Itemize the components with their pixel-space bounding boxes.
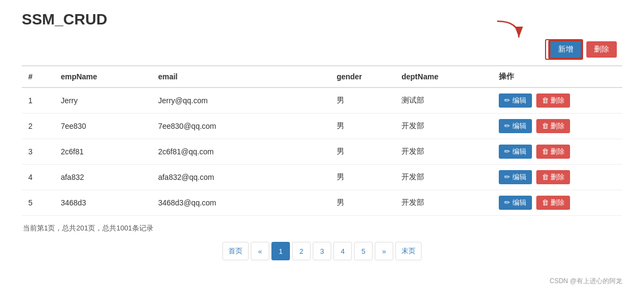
table-row: 3 2c6f81 2c6f81@qq.com 男 开发部 ✏ 编辑 🗑 删除: [22, 139, 622, 165]
toolbar: 新增 删除: [22, 39, 622, 60]
page-last-button[interactable]: 末页: [395, 242, 422, 260]
cell-id: 5: [22, 190, 54, 216]
cell-deptname: 开发部: [395, 114, 492, 139]
col-header-empname: empName: [54, 66, 152, 88]
cell-id: 4: [22, 165, 54, 190]
row-delete-button[interactable]: 🗑 删除: [536, 93, 571, 108]
edit-button[interactable]: ✏ 编辑: [499, 145, 532, 159]
add-button[interactable]: 新增: [549, 40, 582, 59]
col-header-actions: 操作: [492, 66, 622, 88]
cell-id: 3: [22, 139, 54, 165]
col-header-email: email: [152, 66, 330, 88]
arrow-indicator: [492, 18, 524, 40]
table-row: 2 7ee830 7ee830@qq.com 男 开发部 ✏ 编辑 🗑 删除: [22, 114, 622, 139]
add-button-highlight: 新增: [545, 39, 583, 60]
cell-gender: 男: [330, 165, 395, 190]
cell-deptname: 测试部: [395, 88, 492, 114]
cell-email: 2c6f81@qq.com: [152, 139, 330, 165]
page-number-button[interactable]: 4: [333, 242, 352, 260]
row-delete-button[interactable]: 🗑 删除: [536, 196, 571, 210]
status-text: 当前第1页，总共201页，总共1001条记录: [23, 223, 622, 233]
edit-button[interactable]: ✏ 编辑: [499, 170, 532, 184]
cell-empname: afa832: [54, 165, 152, 190]
cell-id: 1: [22, 88, 54, 114]
cell-email: 3468d3@qq.com: [152, 190, 330, 216]
trash-icon: 🗑: [542, 96, 549, 104]
col-header-deptname: deptName: [395, 66, 492, 88]
footer-credit: CSDN @有上进心的阿龙: [22, 277, 622, 286]
cell-empname: 3468d3: [54, 190, 152, 216]
cell-deptname: 开发部: [395, 190, 492, 216]
page-number-button[interactable]: 2: [292, 242, 311, 260]
trash-icon: 🗑: [542, 147, 549, 155]
pencil-icon: ✏: [504, 96, 510, 104]
row-delete-button[interactable]: 🗑 删除: [536, 145, 571, 159]
cell-actions: ✏ 编辑 🗑 删除: [492, 190, 622, 216]
page-number-button[interactable]: 1: [271, 242, 290, 260]
col-header-gender: gender: [330, 66, 395, 88]
batch-delete-button[interactable]: 删除: [586, 41, 617, 58]
pagination: 首页 « 12345 » 末页: [22, 242, 622, 260]
employee-table: # empName email gender deptName 操作 1 Jer…: [22, 65, 622, 216]
app-title: SSM_CRUD: [22, 11, 622, 28]
cell-gender: 男: [330, 114, 395, 139]
pencil-icon: ✏: [504, 198, 510, 207]
cell-deptname: 开发部: [395, 139, 492, 165]
cell-email: 7ee830@qq.com: [152, 114, 330, 139]
edit-button[interactable]: ✏ 编辑: [499, 196, 532, 210]
cell-id: 2: [22, 114, 54, 139]
page-number-button[interactable]: 3: [313, 242, 331, 260]
table-row: 1 Jerry Jerry@qq.com 男 测试部 ✏ 编辑 🗑 删除: [22, 88, 622, 114]
trash-icon: 🗑: [542, 198, 549, 207]
edit-button[interactable]: ✏ 编辑: [499, 93, 532, 108]
edit-button[interactable]: ✏ 编辑: [499, 119, 532, 133]
cell-actions: ✏ 编辑 🗑 删除: [492, 88, 622, 114]
trash-icon: 🗑: [542, 173, 549, 181]
trash-icon: 🗑: [542, 122, 549, 130]
page-number-button[interactable]: 5: [354, 242, 373, 260]
cell-actions: ✏ 编辑 🗑 删除: [492, 114, 622, 139]
row-delete-button[interactable]: 🗑 删除: [536, 170, 571, 184]
page-prev-button[interactable]: «: [251, 242, 269, 260]
pencil-icon: ✏: [504, 147, 510, 155]
cell-actions: ✏ 编辑 🗑 删除: [492, 165, 622, 190]
pencil-icon: ✏: [504, 122, 510, 130]
pencil-icon: ✏: [504, 173, 510, 181]
col-header-no: #: [22, 66, 54, 88]
cell-email: Jerry@qq.com: [152, 88, 330, 114]
cell-empname: 2c6f81: [54, 139, 152, 165]
cell-gender: 男: [330, 139, 395, 165]
cell-email: afa832@qq.com: [152, 165, 330, 190]
page-first-button[interactable]: 首页: [222, 242, 249, 260]
cell-empname: Jerry: [54, 88, 152, 114]
row-delete-button[interactable]: 🗑 删除: [536, 119, 571, 133]
cell-gender: 男: [330, 88, 395, 114]
table-header-row: # empName email gender deptName 操作: [22, 66, 622, 88]
cell-empname: 7ee830: [54, 114, 152, 139]
page-next-button[interactable]: »: [375, 242, 393, 260]
cell-deptname: 开发部: [395, 165, 492, 190]
cell-actions: ✏ 编辑 🗑 删除: [492, 139, 622, 165]
cell-gender: 男: [330, 190, 395, 216]
table-row: 5 3468d3 3468d3@qq.com 男 开发部 ✏ 编辑 🗑 删除: [22, 190, 622, 216]
table-row: 4 afa832 afa832@qq.com 男 开发部 ✏ 编辑 🗑 删除: [22, 165, 622, 190]
